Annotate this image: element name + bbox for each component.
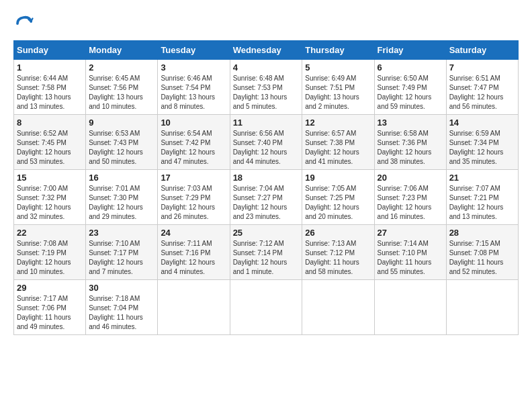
day-info: Sunrise: 6:50 AM Sunset: 7:49 PM Dayligh… — [378, 74, 443, 111]
calendar-day-cell — [230, 280, 302, 335]
calendar-week-row: 29Sunrise: 7:17 AM Sunset: 7:06 PM Dayli… — [14, 280, 519, 335]
day-of-week-header: Friday — [374, 41, 446, 60]
day-info: Sunrise: 6:44 AM Sunset: 7:58 PM Dayligh… — [17, 74, 83, 111]
day-info: Sunrise: 6:57 AM Sunset: 7:38 PM Dayligh… — [305, 129, 371, 167]
day-number: 4 — [233, 62, 300, 73]
calendar-header-row: SundayMondayTuesdayWednesdayThursdayFrid… — [14, 41, 519, 60]
day-of-week-header: Thursday — [302, 41, 374, 60]
calendar-day-cell — [374, 280, 446, 335]
day-info: Sunrise: 7:11 AM Sunset: 7:16 PM Dayligh… — [161, 239, 226, 277]
day-number: 28 — [449, 228, 515, 238]
day-info: Sunrise: 7:07 AM Sunset: 7:21 PM Dayligh… — [449, 184, 515, 222]
calendar-day-cell: 1Sunrise: 6:44 AM Sunset: 7:58 PM Daylig… — [14, 60, 86, 115]
day-info: Sunrise: 7:01 AM Sunset: 7:30 PM Dayligh… — [89, 184, 154, 222]
day-number: 16 — [89, 173, 154, 183]
calendar-week-row: 1Sunrise: 6:44 AM Sunset: 7:58 PM Daylig… — [14, 60, 519, 115]
day-number: 20 — [378, 173, 443, 183]
day-of-week-header: Wednesday — [230, 41, 302, 60]
calendar-day-cell: 19Sunrise: 7:05 AM Sunset: 7:25 PM Dayli… — [302, 170, 374, 225]
day-number: 25 — [233, 228, 300, 238]
day-number: 21 — [449, 173, 515, 183]
day-info: Sunrise: 7:06 AM Sunset: 7:23 PM Dayligh… — [378, 184, 443, 222]
day-number: 22 — [17, 228, 83, 238]
day-number: 30 — [89, 283, 154, 293]
day-number: 26 — [305, 228, 371, 238]
calendar-table: SundayMondayTuesdayWednesdayThursdayFrid… — [13, 40, 519, 335]
calendar-day-cell: 30Sunrise: 7:18 AM Sunset: 7:04 PM Dayli… — [86, 280, 158, 335]
calendar-day-cell: 28Sunrise: 7:15 AM Sunset: 7:08 PM Dayli… — [446, 225, 518, 280]
day-info: Sunrise: 6:56 AM Sunset: 7:40 PM Dayligh… — [233, 129, 300, 167]
day-number: 5 — [305, 62, 371, 73]
day-number: 3 — [161, 62, 226, 73]
calendar-day-cell — [158, 280, 230, 335]
calendar-day-cell: 4Sunrise: 6:48 AM Sunset: 7:53 PM Daylig… — [230, 60, 302, 115]
calendar-day-cell: 20Sunrise: 7:06 AM Sunset: 7:23 PM Dayli… — [374, 170, 446, 225]
calendar-day-cell: 17Sunrise: 7:03 AM Sunset: 7:29 PM Dayli… — [158, 170, 230, 225]
day-number: 9 — [89, 118, 154, 128]
day-info: Sunrise: 7:10 AM Sunset: 7:17 PM Dayligh… — [89, 239, 154, 277]
calendar-day-cell: 6Sunrise: 6:50 AM Sunset: 7:49 PM Daylig… — [374, 60, 446, 115]
day-info: Sunrise: 7:13 AM Sunset: 7:12 PM Dayligh… — [305, 239, 371, 277]
calendar-day-cell — [302, 280, 374, 335]
day-info: Sunrise: 7:12 AM Sunset: 7:14 PM Dayligh… — [233, 239, 300, 277]
day-number: 27 — [378, 228, 443, 238]
day-info: Sunrise: 7:00 AM Sunset: 7:32 PM Dayligh… — [17, 184, 83, 222]
calendar-day-cell: 2Sunrise: 6:45 AM Sunset: 7:56 PM Daylig… — [86, 60, 158, 115]
calendar-day-cell: 26Sunrise: 7:13 AM Sunset: 7:12 PM Dayli… — [302, 225, 374, 280]
day-number: 7 — [449, 62, 515, 73]
calendar-day-cell: 24Sunrise: 7:11 AM Sunset: 7:16 PM Dayli… — [158, 225, 230, 280]
day-info: Sunrise: 6:52 AM Sunset: 7:45 PM Dayligh… — [17, 129, 83, 167]
calendar-day-cell — [446, 280, 518, 335]
day-info: Sunrise: 6:54 AM Sunset: 7:42 PM Dayligh… — [161, 129, 226, 167]
calendar-day-cell: 3Sunrise: 6:46 AM Sunset: 7:54 PM Daylig… — [158, 60, 230, 115]
day-info: Sunrise: 7:17 AM Sunset: 7:06 PM Dayligh… — [17, 294, 83, 332]
day-info: Sunrise: 7:04 AM Sunset: 7:27 PM Dayligh… — [233, 184, 300, 222]
calendar-day-cell: 22Sunrise: 7:08 AM Sunset: 7:19 PM Dayli… — [14, 225, 86, 280]
calendar-week-row: 8Sunrise: 6:52 AM Sunset: 7:45 PM Daylig… — [14, 115, 519, 170]
calendar-day-cell: 13Sunrise: 6:58 AM Sunset: 7:36 PM Dayli… — [374, 115, 446, 170]
calendar-day-cell: 12Sunrise: 6:57 AM Sunset: 7:38 PM Dayli… — [302, 115, 374, 170]
day-info: Sunrise: 6:59 AM Sunset: 7:34 PM Dayligh… — [449, 129, 515, 167]
calendar-day-cell: 23Sunrise: 7:10 AM Sunset: 7:17 PM Dayli… — [86, 225, 158, 280]
day-of-week-header: Tuesday — [158, 41, 230, 60]
day-number: 13 — [378, 118, 443, 128]
day-number: 23 — [89, 228, 154, 238]
logo-icon — [13, 13, 34, 34]
logo — [13, 13, 38, 34]
day-number: 11 — [233, 118, 300, 128]
day-of-week-header: Saturday — [446, 41, 518, 60]
day-of-week-header: Monday — [86, 41, 158, 60]
day-number: 18 — [233, 173, 300, 183]
day-info: Sunrise: 6:53 AM Sunset: 7:43 PM Dayligh… — [89, 129, 154, 167]
calendar-day-cell: 25Sunrise: 7:12 AM Sunset: 7:14 PM Dayli… — [230, 225, 302, 280]
day-info: Sunrise: 6:58 AM Sunset: 7:36 PM Dayligh… — [378, 129, 443, 167]
calendar-day-cell: 21Sunrise: 7:07 AM Sunset: 7:21 PM Dayli… — [446, 170, 518, 225]
day-number: 29 — [17, 283, 83, 293]
calendar-day-cell: 8Sunrise: 6:52 AM Sunset: 7:45 PM Daylig… — [14, 115, 86, 170]
day-number: 14 — [449, 118, 515, 128]
calendar-day-cell: 5Sunrise: 6:49 AM Sunset: 7:51 PM Daylig… — [302, 60, 374, 115]
page-header — [13, 13, 519, 34]
day-info: Sunrise: 6:51 AM Sunset: 7:47 PM Dayligh… — [449, 74, 515, 111]
day-number: 24 — [161, 228, 226, 238]
day-info: Sunrise: 6:46 AM Sunset: 7:54 PM Dayligh… — [161, 74, 226, 111]
day-number: 12 — [305, 118, 371, 128]
day-info: Sunrise: 6:49 AM Sunset: 7:51 PM Dayligh… — [305, 74, 371, 111]
day-info: Sunrise: 6:45 AM Sunset: 7:56 PM Dayligh… — [89, 74, 154, 111]
calendar-week-row: 22Sunrise: 7:08 AM Sunset: 7:19 PM Dayli… — [14, 225, 519, 280]
day-number: 15 — [17, 173, 83, 183]
day-number: 10 — [161, 118, 226, 128]
day-number: 1 — [17, 62, 83, 73]
day-info: Sunrise: 7:08 AM Sunset: 7:19 PM Dayligh… — [17, 239, 83, 277]
day-info: Sunrise: 7:05 AM Sunset: 7:25 PM Dayligh… — [305, 184, 371, 222]
day-info: Sunrise: 7:03 AM Sunset: 7:29 PM Dayligh… — [161, 184, 226, 222]
day-number: 19 — [305, 173, 371, 183]
day-number: 8 — [17, 118, 83, 128]
calendar-day-cell: 16Sunrise: 7:01 AM Sunset: 7:30 PM Dayli… — [86, 170, 158, 225]
calendar-day-cell: 27Sunrise: 7:14 AM Sunset: 7:10 PM Dayli… — [374, 225, 446, 280]
calendar-day-cell: 18Sunrise: 7:04 AM Sunset: 7:27 PM Dayli… — [230, 170, 302, 225]
calendar-day-cell: 14Sunrise: 6:59 AM Sunset: 7:34 PM Dayli… — [446, 115, 518, 170]
day-number: 6 — [378, 62, 443, 73]
day-number: 17 — [161, 173, 226, 183]
calendar-day-cell: 29Sunrise: 7:17 AM Sunset: 7:06 PM Dayli… — [14, 280, 86, 335]
